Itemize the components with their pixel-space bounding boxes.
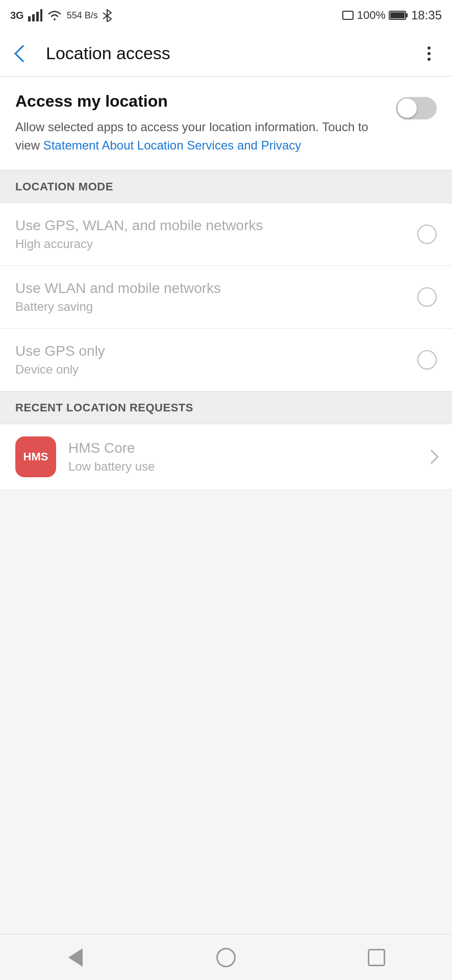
hms-core-item[interactable]: HMS HMS Core Low battery use (0, 424, 452, 490)
radio-text-gps-only: Use GPS only Device only (15, 343, 105, 377)
recent-requests-header: RECENT LOCATION REQUESTS (0, 391, 452, 424)
top-app-bar: Location access (0, 31, 452, 77)
nfc-icon (342, 9, 354, 21)
hms-core-name: HMS Core (68, 440, 421, 456)
radio-label-gps-only: Use GPS only (15, 343, 105, 359)
status-bar: 3G 554 B/s 100% 18:35 (0, 0, 452, 31)
back-arrow-icon (14, 45, 32, 62)
radio-item-wlan-mobile[interactable]: Use WLAN and mobile networks Battery sav… (0, 266, 452, 329)
more-options-button[interactable] (416, 41, 442, 66)
hms-core-detail: Low battery use (68, 459, 421, 474)
radio-label-gps-wlan-mobile: Use GPS, WLAN, and mobile networks (15, 217, 263, 234)
svg-rect-7 (406, 13, 408, 17)
radio-circle-gps-wlan-mobile (417, 225, 437, 244)
location-mode-header: LOCATION MODE (0, 170, 452, 203)
page-title: Location access (46, 43, 416, 63)
privacy-link[interactable]: Statement About Location Services and Pr… (43, 138, 302, 152)
location-toggle[interactable] (396, 92, 437, 119)
nav-back-icon (68, 948, 83, 967)
radio-text-wlan-mobile: Use WLAN and mobile networks Battery sav… (15, 280, 221, 314)
toggle-switch[interactable] (396, 97, 437, 119)
status-right: 100% 18:35 (342, 8, 442, 22)
svg-rect-3 (40, 9, 42, 21)
hms-core-icon: HMS (15, 436, 56, 477)
access-title: Access my location (15, 92, 386, 111)
svg-rect-4 (343, 11, 353, 19)
access-description: Access my location Allow selected apps t… (15, 92, 396, 155)
nav-recent-icon (368, 949, 385, 966)
radio-sublabel-wlan-mobile: Battery saving (15, 300, 221, 314)
toggle-knob (397, 99, 417, 118)
svg-rect-6 (390, 12, 405, 18)
radio-circle-wlan-mobile (417, 287, 437, 307)
wifi-icon (46, 9, 63, 21)
nav-back-button[interactable] (55, 942, 96, 973)
access-location-row: Access my location Allow selected apps t… (15, 92, 437, 155)
network-indicator: 3G (10, 10, 24, 21)
bluetooth-icon (102, 9, 112, 22)
battery-icon (389, 10, 408, 21)
network-speed: 554 B/s (67, 10, 98, 21)
nav-home-icon (216, 948, 236, 967)
radio-text-gps-wlan-mobile: Use GPS, WLAN, and mobile networks High … (15, 217, 263, 251)
svg-rect-1 (32, 14, 35, 21)
battery-percent: 100% (357, 9, 386, 22)
time-display: 18:35 (411, 8, 442, 22)
svg-rect-2 (36, 12, 39, 21)
radio-sublabel-gps-only: Device only (15, 362, 105, 377)
nav-home-button[interactable] (206, 942, 246, 973)
radio-item-gps-only[interactable]: Use GPS only Device only (0, 329, 452, 391)
dot-icon (428, 52, 431, 55)
dot-icon (428, 46, 431, 50)
radio-circle-gps-only (417, 350, 437, 370)
dot-icon (428, 58, 431, 61)
radio-label-wlan-mobile: Use WLAN and mobile networks (15, 280, 221, 297)
radio-item-gps-wlan-mobile[interactable]: Use GPS, WLAN, and mobile networks High … (0, 203, 452, 266)
signal-icon (28, 9, 42, 21)
radio-sublabel-gps-wlan-mobile: High accuracy (15, 237, 263, 251)
access-desc-text: Allow selected apps to access your locat… (15, 118, 386, 155)
bottom-navigation (0, 934, 452, 980)
hms-core-info: HMS Core Low battery use (68, 440, 421, 474)
hms-core-chevron-icon (424, 450, 439, 464)
access-location-section: Access my location Allow selected apps t… (0, 77, 452, 170)
nav-recent-button[interactable] (356, 942, 397, 973)
svg-rect-0 (28, 16, 31, 21)
recent-requests-section: HMS HMS Core Low battery use (0, 424, 452, 490)
back-button[interactable] (10, 41, 36, 66)
status-left: 3G 554 B/s (10, 9, 112, 22)
location-mode-options: Use GPS, WLAN, and mobile networks High … (0, 203, 452, 391)
